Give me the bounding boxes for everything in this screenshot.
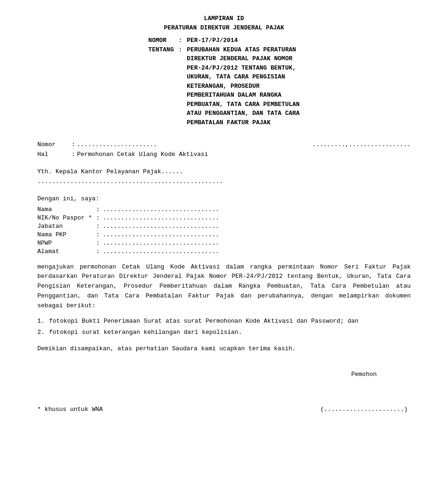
list-item-1: 1. fotokopi Bukti Penerimaan Surat atas … — [37, 317, 411, 326]
body-paragraph: mengajukan permohonan Cetak Ulang Kode A… — [37, 262, 411, 311]
alamat-colon: : — [93, 248, 103, 255]
nik-label: NIK/No Paspor * — [37, 214, 93, 221]
npwp-value: ................................ — [103, 240, 411, 247]
header-colon1: : — [178, 36, 187, 45]
nomor-field-label: Nomor — [37, 141, 70, 148]
nama-row: Nama : ................................ — [37, 206, 411, 213]
namapkp-row: Nama PKP : .............................… — [37, 231, 411, 238]
list-item-2-number: 2. — [37, 328, 49, 338]
nik-row: NIK/No Paspor * : ......................… — [37, 214, 411, 221]
npwp-label: NPWP — [37, 240, 93, 247]
penutup-text: Demikian disampaikan, atas perhatian Sau… — [37, 345, 411, 352]
tentang-label: TENTANG — [148, 45, 179, 127]
jabatan-row: Jabatan : ..............................… — [37, 223, 411, 230]
tentang-line1: PERUBAHAN KEDUA ATAS PERATURAN — [187, 45, 300, 55]
date-field: .........,................. — [312, 141, 411, 148]
list-item-1-text: fotokopi Bukti Penerimaan Surat atas sur… — [49, 317, 358, 326]
yth-section: Yth. Kepala Kantor Pelayanan Pajak......… — [37, 167, 411, 187]
tentang-line6: PEMBERITAHUAN DALAM RANGKA — [187, 91, 300, 100]
nomor-value: PER-17/PJ/2014 — [187, 36, 300, 45]
namapkp-value: ................................ — [103, 231, 411, 238]
page: LAMPIRAN ID PERATURAN DIREKTUR JENDERAL … — [0, 0, 448, 488]
namapkp-label: Nama PKP — [37, 231, 93, 238]
pemohon-section: Pemohon — [37, 371, 411, 378]
nomor-label: NOMOR — [148, 36, 179, 45]
header-line2: PERATURAN DIREKTUR JENDERAL PAJAK — [37, 23, 411, 33]
form-fields: Nama : ................................ … — [37, 206, 411, 255]
tentang-line4: UKURAN, TATA CARA PENGISIAN — [187, 72, 300, 82]
tanda-tangan: (......................) — [317, 406, 411, 413]
tentang-line7: PEMBUATAN, TATA CARA PEMBETULAN — [187, 100, 300, 109]
jabatan-colon: : — [93, 223, 103, 230]
list-item-1-number: 1. — [37, 317, 49, 326]
nama-value: ................................ — [103, 206, 411, 213]
list-item-2-text: fotokopi surat keterangan kehilangan dar… — [49, 328, 242, 338]
nomor-field-dots: ...................... — [77, 141, 157, 148]
date-dots: .........,................. — [312, 141, 411, 148]
hal-field: Hal : Permohonan Cetak Ulang Kode Aktiva… — [37, 151, 411, 158]
namapkp-colon: : — [93, 231, 103, 238]
nik-colon: : — [93, 214, 103, 221]
tentang-line9: PEMBATALAN FAKTUR PAJAK — [187, 118, 300, 127]
nama-colon: : — [93, 206, 103, 213]
dengan-ini-text: Dengan ini, saya: — [37, 195, 99, 202]
jabatan-value: ................................ — [103, 223, 411, 230]
tentang-line5: KETERANGAN, PROSEDUR — [187, 82, 300, 91]
nomor-field-colon: : — [70, 141, 77, 148]
nomor-hal-row: Nomor : ...................... .........… — [37, 141, 411, 148]
list-item-2: 2. fotokopi surat keterangan kehilangan … — [37, 328, 411, 338]
hal-label: Hal — [37, 151, 70, 158]
nomor-field: Nomor : ...................... — [37, 141, 157, 148]
tentang-line2: DIREKTUR JENDERAL PAJAK NOMOR — [187, 54, 300, 64]
hal-colon: : — [70, 151, 77, 158]
alamat-label: Alamat — [37, 248, 93, 255]
jabatan-label: Jabatan — [37, 223, 93, 230]
alamat-row: Alamat : ...............................… — [37, 248, 411, 255]
pemohon-label: Pemohon — [317, 371, 411, 378]
hal-value: Permohonan Cetak Ulang Kode Aktivasi — [77, 151, 208, 158]
header-colon2: : — [178, 45, 187, 127]
header-line1: LAMPIRAN ID — [37, 14, 411, 23]
dengan-ini-label: Dengan ini, saya: — [37, 195, 411, 202]
tentang-line3: PER-24/PJ/2012 TENTANG BENTUK, — [187, 64, 300, 73]
footer-section: * khusus untuk WNA (....................… — [37, 406, 411, 413]
yth-line2: ........................................… — [37, 177, 411, 187]
yth-line1: Yth. Kepala Kantor Pelayanan Pajak...... — [37, 167, 411, 177]
footer-catatan: * khusus untuk WNA — [37, 406, 103, 413]
nama-label: Nama — [37, 206, 93, 213]
alamat-value: ................................ — [103, 248, 411, 255]
header-section: LAMPIRAN ID PERATURAN DIREKTUR JENDERAL … — [37, 14, 411, 127]
npwp-colon: : — [93, 240, 103, 247]
npwp-row: NPWP : ................................ — [37, 240, 411, 247]
list-section: 1. fotokopi Bukti Penerimaan Surat atas … — [37, 317, 411, 338]
tentang-line8: ATAU PENGGANTIAN, DAN TATA CARA — [187, 109, 300, 118]
nik-value: ................................ — [103, 214, 411, 221]
